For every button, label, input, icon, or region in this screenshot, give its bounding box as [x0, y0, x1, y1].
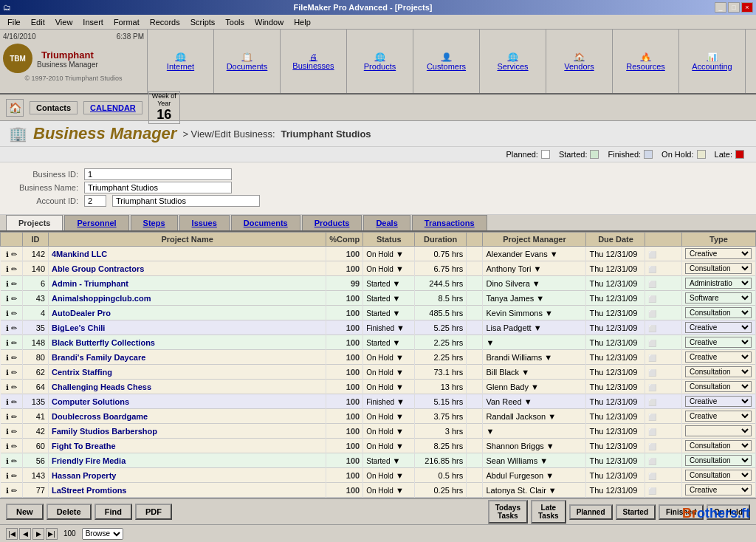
project-name[interactable]: Family Studios Barbershop [49, 424, 326, 439]
project-type[interactable]: Creative [682, 320, 756, 335]
project-name[interactable]: Fight To Breathe [49, 439, 326, 453]
subtab-transactions[interactable]: Transactions [412, 215, 487, 230]
project-type[interactable]: Creative [682, 350, 756, 365]
first-record-button[interactable]: |◀ [6, 528, 18, 540]
project-id: 43 [23, 291, 49, 306]
find-button[interactable]: Find [94, 504, 132, 520]
project-type[interactable]: Creative [682, 409, 756, 424]
subtab-documents[interactable]: Documents [231, 215, 300, 230]
project-type[interactable]: Creative [682, 394, 756, 409]
project-type[interactable]: Consultation [682, 439, 756, 453]
project-status: Started ▼ [363, 276, 415, 291]
row-actions: ℹ ✏ [1, 409, 23, 424]
services-icon: 🌐 [508, 52, 518, 62]
tab-documents[interactable]: 📋 Documents [214, 30, 281, 93]
tab-vendors[interactable]: 🏠 Vendors [546, 30, 613, 93]
mode-select[interactable]: Browse [82, 528, 123, 540]
table-row: ℹ ✏ 6 Admin - Triumphant 99 Started ▼ 24… [1, 276, 756, 291]
project-type[interactable]: Consultation [682, 306, 756, 320]
project-name[interactable]: Admin - Triumphant [49, 276, 326, 291]
project-name[interactable]: Computer Solutions [49, 394, 326, 409]
project-name[interactable]: Able Group Contractors [49, 261, 326, 276]
home-button[interactable]: 🏠 [6, 99, 24, 117]
planned-button[interactable]: Planned [569, 504, 613, 520]
project-type[interactable]: Creative [682, 335, 756, 350]
project-pct: 99 [326, 276, 363, 291]
planned-box [541, 150, 550, 159]
contacts-button[interactable]: Contacts [30, 101, 78, 114]
menu-help[interactable]: Help [289, 16, 315, 28]
started-button[interactable]: Started [616, 504, 656, 520]
project-manager: ▼ [483, 424, 586, 439]
project-type[interactable]: Consultation [682, 468, 756, 483]
menu-insert[interactable]: Insert [78, 16, 108, 28]
prev-record-button[interactable]: ◀ [19, 528, 31, 540]
project-manager: Van Reed ▼ [483, 394, 586, 409]
menu-window[interactable]: Window [250, 16, 288, 28]
project-due-date: Thu 12/31/09 [586, 424, 645, 439]
biz-account-label: Account ID: [12, 196, 78, 205]
tab-businesses[interactable]: 🖨 Businesses [281, 30, 347, 93]
menu-view[interactable]: View [51, 16, 78, 28]
project-type[interactable] [682, 424, 756, 439]
project-status: On Hold ▼ [363, 483, 415, 498]
tab-accounting[interactable]: 📊 Accounting [679, 30, 746, 93]
project-name[interactable]: 4Mankind LLC [49, 247, 326, 261]
project-name[interactable]: Challenging Heads Chess [49, 380, 326, 394]
project-duration: 73.1 hrs [415, 365, 467, 380]
calendar-button[interactable]: CALENDAR [83, 101, 142, 114]
close-button[interactable]: × [741, 2, 753, 13]
subtab-products[interactable]: Products [302, 215, 362, 230]
subtab-projects[interactable]: Projects [6, 215, 63, 230]
project-name[interactable]: Centrix Staffing [49, 365, 326, 380]
next-record-button[interactable]: ▶ [32, 528, 44, 540]
tab-resources[interactable]: 🔥 Resources [613, 30, 679, 93]
project-type[interactable]: Consultation [682, 261, 756, 276]
subtab-issues[interactable]: Issues [179, 215, 230, 230]
project-name[interactable]: Animalshoppingclub.com [49, 291, 326, 306]
row-actions: ℹ ✏ [1, 261, 23, 276]
project-pct: 100 [326, 424, 363, 439]
project-id: 135 [23, 394, 49, 409]
project-type[interactable]: Consultation [682, 453, 756, 468]
menu-file[interactable]: File [3, 16, 25, 28]
tab-customers[interactable]: 👤 Customers [413, 30, 480, 93]
subtab-deals[interactable]: Deals [363, 215, 410, 230]
project-name[interactable]: LaStreet Promtions [49, 483, 326, 498]
tab-internet[interactable]: 🌐 Internet [148, 30, 214, 93]
menu-scripts[interactable]: Scripts [186, 16, 220, 28]
project-type[interactable]: Administratio [682, 276, 756, 291]
project-name[interactable]: Doublecross Boardgame [49, 409, 326, 424]
menu-records[interactable]: Records [145, 16, 185, 28]
project-name[interactable]: Friendly Fire Media [49, 453, 326, 468]
project-name[interactable]: Black Butterfly Collections [49, 335, 326, 350]
todays-tasks-button[interactable]: TodaysTasks [488, 500, 528, 524]
project-name[interactable]: AutoDealer Pro [49, 306, 326, 320]
minimize-button[interactable]: _ [715, 2, 726, 13]
menu-edit[interactable]: Edit [27, 16, 49, 28]
menu-tools[interactable]: Tools [221, 16, 249, 28]
project-type[interactable]: Creative [682, 247, 756, 261]
nav-tabs: 4/16/2010 6:38 PM TBM Triumphant Busines… [0, 30, 756, 95]
project-type[interactable]: Creative [682, 483, 756, 498]
menu-format[interactable]: Format [109, 16, 144, 28]
project-name[interactable]: Hassan Property [49, 468, 326, 483]
projects-table-area: ID Project Name %Comp Status Duration Pr… [0, 232, 756, 512]
project-status: On Hold ▼ [363, 409, 415, 424]
last-record-button[interactable]: ▶| [46, 528, 58, 540]
delete-button[interactable]: Delete [47, 504, 92, 520]
late-tasks-button[interactable]: LateTasks [531, 500, 566, 524]
project-type[interactable]: Software [682, 291, 756, 306]
tab-services[interactable]: 🌐 Services [480, 30, 546, 93]
subtab-personnel[interactable]: Personnel [64, 215, 128, 230]
project-name[interactable]: Brandi's Family Daycare [49, 350, 326, 365]
pdf-button[interactable]: PDF [135, 504, 172, 520]
project-name[interactable]: BigLee's Chili [49, 320, 326, 335]
subtab-steps[interactable]: Steps [131, 215, 178, 230]
tab-products[interactable]: 🌐 Products [347, 30, 413, 93]
row-actions: ℹ ✏ [1, 468, 23, 483]
project-type[interactable]: Consultation [682, 380, 756, 394]
project-type[interactable]: Consultation [682, 365, 756, 380]
new-button[interactable]: New [6, 504, 44, 520]
maximize-button[interactable]: □ [728, 2, 740, 13]
